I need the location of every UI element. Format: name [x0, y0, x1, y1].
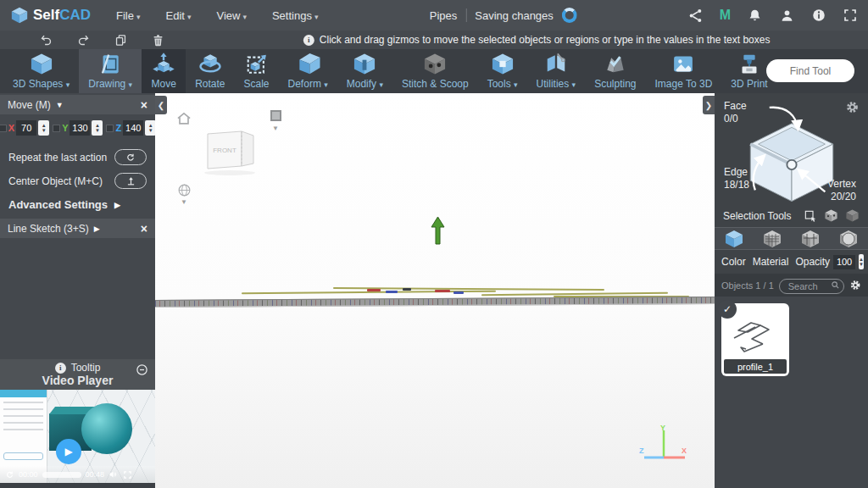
brand-self: Self [33, 7, 59, 23]
tool-utilities[interactable]: Utilities ▾ [527, 49, 586, 93]
line-sketch-header[interactable]: Line Sketch (3+S) ▶ × [0, 219, 155, 238]
chevron-down-icon[interactable]: ▼ [181, 198, 187, 206]
object-item-profile-1[interactable]: ✓ profile_1 [721, 303, 789, 376]
chevron-down-icon[interactable]: ▼ [272, 125, 279, 132]
tool-tools[interactable]: Tools ▾ [478, 49, 527, 93]
menu-settings[interactable]: Settings▾ [272, 9, 319, 22]
tools-icon [490, 52, 515, 76]
rect-select-icon[interactable] [804, 209, 817, 223]
region-select-icon[interactable] [845, 208, 860, 223]
y-label: Y [62, 123, 68, 133]
opacity-stepper[interactable]: ▲▼ [859, 254, 864, 269]
tool-rotate[interactable]: Rotate [186, 49, 234, 93]
membership-badge[interactable]: M [720, 8, 731, 23]
move-gizmo-y-arrow[interactable] [431, 217, 445, 245]
z-value-input[interactable] [123, 120, 143, 136]
fullscreen-icon[interactable] [123, 470, 132, 480]
tool-scale[interactable]: Scale [235, 49, 279, 93]
info-icon: i [55, 363, 66, 374]
stitch-scoop-icon [422, 52, 448, 76]
x-checkbox[interactable] [0, 125, 7, 132]
chevron-down-icon: ▼ [56, 101, 64, 109]
tool-image-to-3d[interactable]: Image To 3D [646, 49, 722, 93]
chevron-down-icon: ▾ [514, 80, 518, 89]
scale-icon [244, 52, 270, 76]
advanced-settings-label: Advanced Settings [8, 198, 108, 211]
repeat-action-row: Repeat the last action [0, 149, 155, 165]
center-object-button[interactable] [114, 173, 147, 189]
profile-sketch-thumbnail [730, 315, 781, 358]
repeat-action-button[interactable] [114, 149, 147, 165]
move-panel-title: Move (M) [8, 99, 51, 111]
workplane-globe-icon[interactable] [177, 183, 192, 197]
copy-icon[interactable] [114, 33, 128, 47]
printer-icon [737, 52, 762, 76]
share-icon[interactable] [687, 8, 704, 24]
tool-deform[interactable]: Deform ▾ [279, 49, 337, 93]
tab-segments[interactable] [796, 228, 825, 249]
tooltip-video-player[interactable]: ▶ 00:00 00:48 [0, 390, 155, 483]
tool-3d-shapes[interactable]: 3D Shapes ▾ [3, 49, 79, 93]
advanced-settings-row[interactable]: Advanced Settings ▶ [0, 198, 155, 211]
tab-wireframe[interactable] [758, 228, 787, 249]
menu-edit[interactable]: Edit▾ [166, 9, 192, 22]
menu-view[interactable]: View▾ [216, 9, 246, 22]
chevron-down-icon: ▾ [136, 13, 141, 21]
center-object-icon [125, 175, 136, 186]
close-icon[interactable]: × [141, 98, 147, 112]
selfcad-logo[interactable]: SelfCAD [0, 6, 99, 25]
tool-move[interactable]: Move [142, 49, 186, 93]
tool-modify[interactable]: Modify ▾ [337, 49, 392, 93]
axis-x-group: X ▲▼ [0, 120, 49, 136]
tool-drawing[interactable]: Drawing ▾ [79, 49, 142, 93]
notifications-bell-icon[interactable] [747, 8, 763, 24]
progress-bar[interactable] [42, 472, 81, 478]
tab-solid-active[interactable] [720, 228, 748, 249]
tool-stitch-scoop[interactable]: Stitch & Scoop [392, 49, 478, 93]
minimize-icon[interactable] [136, 363, 148, 376]
selected-check-badge[interactable]: ✓ [718, 300, 737, 319]
y-stepper[interactable]: ▲▼ [92, 120, 103, 136]
collapse-right-panel-tab[interactable]: ❯ [703, 96, 715, 114]
x-value-input[interactable] [16, 120, 36, 136]
move-panel-header[interactable]: Move (M) ▼ × [0, 95, 155, 114]
tab-sphere-view[interactable] [834, 228, 863, 249]
axis-z-group: Z ▲▼ [106, 120, 156, 136]
cube-select-icon[interactable] [824, 208, 838, 223]
undo-icon[interactable] [39, 33, 53, 47]
delete-trash-icon[interactable] [151, 33, 165, 47]
find-tool-input[interactable] [766, 59, 854, 82]
collapse-left-panel-tab[interactable]: ❮ [155, 96, 167, 114]
search-icon [831, 280, 840, 290]
axis-x-label: X [682, 446, 687, 455]
navigation-cube[interactable]: FRONT [196, 124, 259, 176]
y-value-input[interactable] [70, 120, 90, 136]
account-person-icon[interactable] [779, 8, 795, 24]
menu-file[interactable]: File▾ [116, 9, 140, 22]
right-selection-panel: Face0/0 Edge18/18 [715, 93, 868, 488]
volume-icon[interactable] [108, 469, 119, 480]
opacity-input[interactable] [833, 255, 855, 269]
y-checkbox[interactable] [53, 125, 60, 132]
current-time: 00:00 [19, 470, 38, 479]
replay-icon[interactable] [5, 470, 14, 480]
camera-mode-icon[interactable] [270, 110, 281, 121]
move-axes-inputs: X ▲▼ Y ▲▼ Z ▲▼ [0, 120, 155, 136]
x-stepper[interactable]: ▲▼ [38, 120, 49, 136]
tool-sculpting[interactable]: Sculpting [585, 49, 645, 93]
fullscreen-icon[interactable] [843, 8, 858, 23]
objects-bar: Objects 1 / 1 [715, 274, 868, 297]
play-button[interactable]: ▶ [56, 439, 81, 464]
modify-icon [352, 52, 377, 76]
z-checkbox[interactable] [106, 125, 114, 132]
info-icon[interactable] [811, 8, 826, 23]
close-icon[interactable]: × [141, 222, 147, 236]
redo-icon[interactable] [76, 33, 91, 47]
scene-ground [155, 285, 715, 312]
home-view-icon[interactable] [175, 110, 192, 127]
info-icon: i [303, 35, 314, 46]
top-menu-bar: SelfCAD File▾ Edit▾ View▾ Settings▾ Pipe… [0, 0, 868, 30]
axis-indicator: Y Z X [637, 424, 690, 466]
gear-icon[interactable] [849, 278, 861, 292]
viewport-3d[interactable]: ❮ ❯ FRONT ▼ ▼ [155, 93, 715, 488]
